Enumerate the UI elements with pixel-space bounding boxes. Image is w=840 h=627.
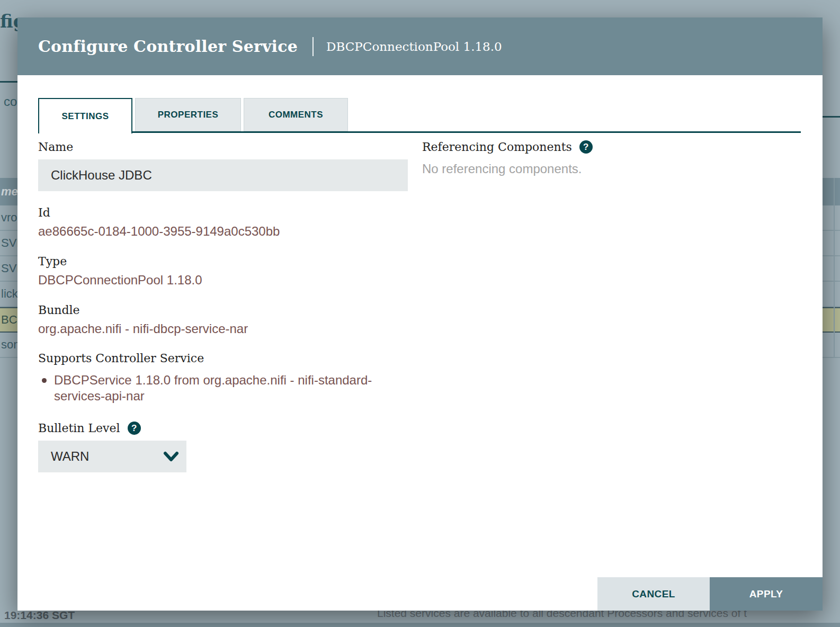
configure-controller-service-dialog: Configure Controller Service DBCPConnect…: [17, 17, 823, 611]
bulletin-level-label-row: Bulletin Level ?: [38, 422, 141, 435]
supported-service-item: DBCPService 1.18.0 from org.apache.nifi …: [42, 372, 398, 404]
footer-strip: [0, 623, 840, 627]
background-tab-divider-right: [823, 116, 840, 118]
bundle-value: org.apache.nifi - nifi-dbcp-service-nar: [38, 321, 248, 336]
referencing-components-label: Referencing Components: [422, 140, 572, 154]
background-table-column-divider: [834, 178, 835, 358]
cancel-button[interactable]: CANCEL: [597, 577, 710, 611]
background-table-header-label: me: [1, 185, 18, 199]
tab-comments[interactable]: COMMENTS: [244, 98, 348, 131]
apply-button[interactable]: APPLY: [710, 577, 823, 611]
bulletin-level-value: WARN: [51, 449, 89, 464]
id-label: Id: [38, 206, 50, 219]
table-row-label: vro: [1, 211, 17, 225]
type-value: DBCPConnectionPool 1.18.0: [38, 273, 202, 288]
title-separator: [312, 37, 314, 56]
dialog-title: Configure Controller Service: [38, 37, 298, 56]
supports-controller-service-label: Supports Controller Service: [38, 352, 204, 365]
bulletin-level-dropdown[interactable]: WARN: [38, 441, 186, 472]
table-row-label: lick: [1, 287, 18, 301]
id-value: ae86665c-0184-1000-3955-9149a0c530bb: [38, 224, 280, 239]
help-icon[interactable]: ?: [579, 140, 593, 154]
background-tab-divider-left: [0, 81, 17, 83]
name-label: Name: [38, 140, 73, 154]
name-input[interactable]: [38, 159, 408, 191]
help-icon[interactable]: ?: [128, 422, 141, 435]
tab-settings[interactable]: SETTINGS: [38, 98, 132, 133]
tab-properties[interactable]: PROPERTIES: [135, 98, 241, 131]
bundle-label: Bundle: [38, 303, 80, 317]
dialog-header: Configure Controller Service DBCPConnect…: [17, 17, 823, 75]
bullet-icon: [42, 378, 47, 383]
bulletin-level-label: Bulletin Level: [38, 422, 120, 435]
tab-comments-label: COMMENTS: [269, 110, 323, 120]
nifi-screen: fig co me vro SVR SVR lick BCP son 19:14…: [0, 0, 840, 627]
no-referencing-components-message: No referencing components.: [422, 162, 582, 176]
dialog-button-bar: CANCEL APPLY: [597, 577, 823, 611]
type-label: Type: [38, 255, 67, 268]
referencing-components-label-row: Referencing Components ?: [422, 140, 593, 154]
tab-bar: SETTINGS PROPERTIES COMMENTS: [38, 98, 351, 133]
supported-service-text: DBCPService 1.18.0 from org.apache.nifi …: [54, 372, 398, 404]
tab-settings-label: SETTINGS: [61, 111, 109, 122]
background-tab-label-fragment: co: [4, 94, 17, 109]
tab-properties-label: PROPERTIES: [158, 110, 219, 120]
dialog-subtitle: DBCPConnectionPool 1.18.0: [326, 40, 502, 53]
chevron-down-icon: [163, 451, 179, 466]
background-page-heading-fragment: fig: [0, 11, 17, 32]
clock-timestamp: 19:14:36 SGT: [4, 609, 75, 622]
